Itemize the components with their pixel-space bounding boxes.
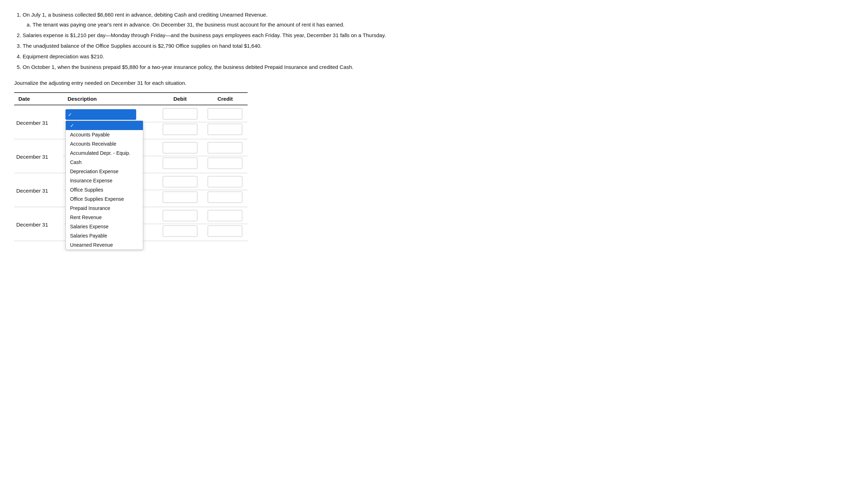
sub-list-1: The tenant was paying one year's rent in… (33, 20, 847, 29)
dropdown-item-insurance-expense[interactable]: Insurance Expense (66, 176, 143, 185)
credit-cell-2-1[interactable] (203, 139, 248, 156)
debit-cell-1-1[interactable] (157, 105, 202, 122)
list-item-3: The unadjusted balance of the Office Sup… (23, 42, 847, 50)
credit-input-4-1[interactable] (208, 210, 242, 221)
credit-input-1-2[interactable] (208, 124, 242, 135)
header-debit: Debit (157, 93, 202, 105)
dropdown-item-depreciation-expense[interactable]: Depreciation Expense (66, 167, 143, 176)
select-wrapper-1-1[interactable]: ✓ ✓ Accounts Payable Accounts Receivable… (65, 109, 136, 120)
debit-cell-2-2[interactable] (157, 156, 202, 173)
list-item-4: Equipment depreciation was $210. (23, 52, 847, 61)
list-item-2: Salaries expense is $1,210 per day—Monda… (23, 31, 847, 40)
dropdown-item-prepaid-insurance[interactable]: Prepaid Insurance (66, 204, 143, 213)
credit-cell-4-1[interactable] (203, 207, 248, 224)
main-list: On July 1, a business collected $6,660 r… (23, 11, 847, 71)
journal-table: Date Description Debit Credit December 3… (14, 92, 248, 241)
credit-cell-4-2[interactable] (203, 224, 248, 241)
header-credit: Credit (203, 93, 248, 105)
active-select-1[interactable]: ✓ (65, 109, 136, 120)
debit-input-3-1[interactable] (163, 176, 197, 187)
date-cell-3: December 31 (14, 173, 63, 207)
debit-cell-3-2[interactable] (157, 190, 202, 207)
instructions-section: On July 1, a business collected $6,660 r… (14, 11, 847, 71)
prompt-text: Journalize the adjusting entry needed on… (14, 80, 847, 86)
dropdown-item-accumulated-depr[interactable]: Accumulated Depr. - Equip. (66, 148, 143, 158)
dropdown-item-salaries-payable[interactable]: Salaries Payable (66, 231, 143, 240)
credit-cell-3-1[interactable] (203, 173, 248, 190)
dropdown-item-cash[interactable]: Cash (66, 158, 143, 167)
dropdown-item-rent-revenue[interactable]: Rent Revenue (66, 213, 143, 222)
dropdown-item-unearned-revenue[interactable]: Unearned Revenue (66, 240, 143, 250)
credit-cell-1-1[interactable] (203, 105, 248, 122)
date-cell-1: December 31 (14, 105, 63, 139)
dropdown-menu-1[interactable]: ✓ Accounts Payable Accounts Receivable A… (65, 121, 143, 250)
dropdown-item-selected[interactable]: ✓ (66, 121, 143, 130)
debit-cell-2-1[interactable] (157, 139, 202, 156)
debit-input-2-1[interactable] (163, 142, 197, 153)
credit-input-2-1[interactable] (208, 142, 242, 153)
debit-input-1-2[interactable] (163, 124, 197, 135)
list-item-1: On July 1, a business collected $6,660 r… (23, 11, 847, 29)
credit-cell-1-2[interactable] (203, 122, 248, 139)
credit-input-4-2[interactable] (208, 225, 242, 237)
dropdown-item-salaries-expense[interactable]: Salaries Expense (66, 222, 143, 231)
table-header: Date Description Debit Credit (14, 93, 248, 105)
list-item-5: On October 1, when the business prepaid … (23, 63, 847, 71)
credit-input-3-1[interactable] (208, 176, 242, 187)
credit-input-3-2[interactable] (208, 192, 242, 203)
credit-cell-3-2[interactable] (203, 190, 248, 207)
debit-cell-1-2[interactable] (157, 122, 202, 139)
debit-input-4-2[interactable] (163, 225, 197, 237)
debit-cell-4-2[interactable] (157, 224, 202, 241)
date-cell-4: December 31 (14, 207, 63, 241)
dropdown-item-office-supplies[interactable]: Office Supplies (66, 185, 143, 194)
dropdown-item-accounts-payable[interactable]: Accounts Payable (66, 130, 143, 139)
debit-input-2-2[interactable] (163, 158, 197, 169)
sub-item-1a: The tenant was paying one year's rent in… (33, 20, 847, 29)
header-date: Date (14, 93, 63, 105)
desc-cell-1-1[interactable]: ✓ ✓ Accounts Payable Accounts Receivable… (63, 105, 157, 122)
dropdown-item-accounts-receivable[interactable]: Accounts Receivable (66, 139, 143, 148)
debit-cell-3-1[interactable] (157, 173, 202, 190)
debit-input-4-1[interactable] (163, 210, 197, 221)
credit-cell-2-2[interactable] (203, 156, 248, 173)
list-item-1-text: On July 1, a business collected $6,660 r… (23, 12, 267, 18)
debit-cell-4-1[interactable] (157, 207, 202, 224)
dropdown-item-office-supplies-expense[interactable]: Office Supplies Expense (66, 194, 143, 204)
credit-input-1-1[interactable] (208, 108, 242, 119)
table-row: December 31 ✓ ✓ Accounts Payable Account… (14, 105, 248, 122)
date-cell-2: December 31 (14, 139, 63, 173)
header-description: Description (63, 93, 157, 105)
debit-input-1-1[interactable] (163, 108, 197, 119)
debit-input-3-2[interactable] (163, 192, 197, 203)
credit-input-2-2[interactable] (208, 158, 242, 169)
